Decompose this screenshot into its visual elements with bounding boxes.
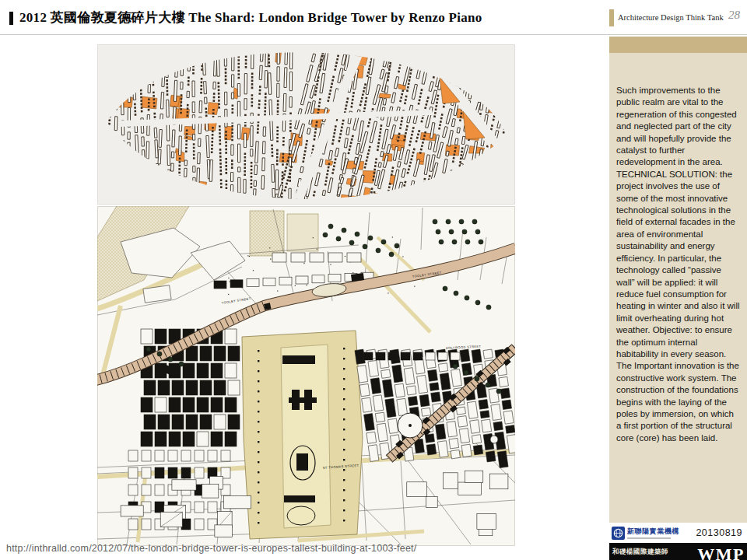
company-logo-icon: [612, 527, 625, 540]
sidebar-paragraph: Such improvements to the public realm ar…: [616, 85, 741, 444]
wmp-logo: WMP: [697, 544, 745, 560]
figure-ground-map: [97, 44, 515, 205]
page-number: 28: [728, 9, 740, 22]
site-plan-map: TOOLEY STREETTOOLEY STREETHOLYROOD STREE…: [97, 206, 515, 546]
title-tick-icon: [9, 12, 13, 25]
footer-company-name: 和礎楊國際建築師: [612, 548, 668, 557]
text-sidebar: Such improvements to the public realm ar…: [609, 37, 747, 523]
page-title: 2012 英國倫敦夏德碎片大樓 The Shard: London Bridge…: [19, 9, 482, 26]
source-url: http://inthralld.com/2012/07/the-london-…: [6, 543, 416, 554]
logo-text-block: 新聯陽實業機構: [627, 527, 679, 539]
company-logo-row: 新聯陽實業機構 20130819: [609, 523, 747, 543]
footer-black-bar: 和礎楊國際建築師 WMP: [609, 543, 747, 560]
header-divider: [0, 34, 747, 35]
logo-company-name: 新聯陽實業機構: [627, 527, 679, 537]
logo-subtext-line: [627, 537, 671, 539]
presentation-slide: 2012 英國倫敦夏德碎片大樓 The Shard: London Bridge…: [0, 0, 747, 560]
sidebar-header-strip: [609, 37, 747, 53]
date-stamp: 20130819: [696, 527, 742, 538]
brand-label: Architecture Design Think Tank: [618, 13, 724, 22]
brand-tick-icon: [609, 9, 614, 26]
